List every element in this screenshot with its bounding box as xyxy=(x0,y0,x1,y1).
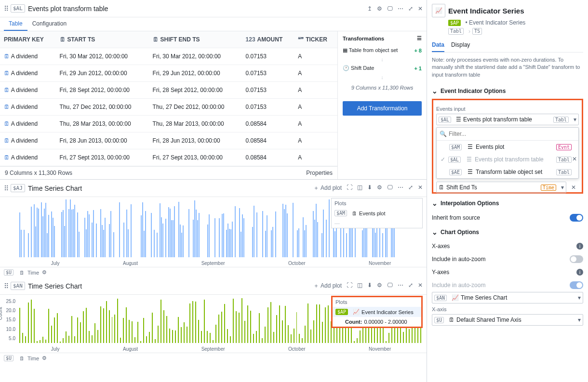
col-ticker[interactable]: TICKER xyxy=(306,36,327,43)
panel-tag: $AL xyxy=(11,4,25,13)
expand-icon[interactable]: ⤢ xyxy=(408,184,413,192)
shift-end-picker[interactable]: 🗓 Shift End Ts Time ▾ xyxy=(436,182,566,193)
panel-icon[interactable]: ◫ xyxy=(357,184,362,192)
axis-tag: $U xyxy=(4,355,13,361)
legend-item[interactable]: $AM 🗓 Events plot xyxy=(332,208,422,218)
table-row[interactable]: 🗓 A dividendFri, 28 Sept 2012, 00:00:00F… xyxy=(0,82,337,99)
chevron-down-icon xyxy=(432,87,438,95)
tab-data[interactable]: Data xyxy=(432,39,444,52)
x-auto-zoom-toggle[interactable] xyxy=(570,255,583,263)
fit-icon[interactable]: ⛶ xyxy=(347,184,352,192)
add-transformation-button[interactable]: Add Transformation xyxy=(343,101,422,116)
info-icon[interactable]: i xyxy=(576,243,583,250)
transformations-panel: Transformations ☰ ▦ Table from object se… xyxy=(337,31,427,179)
add-plot-button[interactable]: ＋ Add plot xyxy=(313,282,342,290)
breadcrumb: Tabl› TS xyxy=(448,28,583,35)
properties-link[interactable]: Properties xyxy=(306,170,333,176)
dropdown-item[interactable]: $AE☰Transform table object setTabl xyxy=(437,166,578,178)
remove-icon[interactable]: ✕ xyxy=(569,156,580,162)
close-icon[interactable]: ✕ xyxy=(418,184,423,192)
inspector-title: Event Indicator Series xyxy=(448,7,524,15)
more-icon[interactable]: ⋯ xyxy=(398,184,403,192)
export-icon[interactable]: ↥ xyxy=(367,5,372,12)
yaxes-label: Y-axes xyxy=(432,269,449,276)
table-row[interactable]: 🗓 A dividendFri, 28 Jun 2013, 00:00:00Fr… xyxy=(0,132,337,149)
remove-icon[interactable]: ✕ xyxy=(568,184,579,191)
dropdown-item[interactable]: $AM☰Events plotEvnt xyxy=(437,141,578,153)
table-row[interactable]: 🗓 A dividendFri, 30 Mar 2012, 00:00:00Fr… xyxy=(0,48,337,65)
drag-handle-icon[interactable] xyxy=(4,282,11,290)
download-icon[interactable]: ⬇ xyxy=(367,184,372,192)
drag-handle-icon[interactable] xyxy=(4,184,11,192)
chevron-down-icon: ▾ xyxy=(578,316,581,323)
list-icon[interactable]: ☰ xyxy=(417,35,422,41)
tab-display[interactable]: Display xyxy=(451,39,470,52)
col-shift-end-ts[interactable]: SHIFT END TS xyxy=(160,36,200,43)
filter-input-wrapper: 🔍 xyxy=(437,128,578,141)
legend-box-highlighted: Plots $AP 📈 Event Indicator Series Count… xyxy=(331,296,423,328)
include-auto-zoom-label: Include in auto-zoom xyxy=(432,256,485,263)
download-icon[interactable]: ⬇ xyxy=(367,282,372,290)
calendar-icon: 🗓 xyxy=(449,316,454,323)
col-primary-key[interactable]: PRIMARY KEY xyxy=(4,36,44,43)
side-stats: 9 Columns x 11,300 Rows xyxy=(343,85,422,91)
x-axis: JulyAugustSeptemberOctoberNovember xyxy=(19,346,423,352)
gear-icon[interactable]: ⚙ xyxy=(42,269,47,276)
monitor-icon[interactable]: 🖵 xyxy=(387,184,393,192)
panel-title: Time Series Chart xyxy=(28,282,313,290)
y-auto-zoom-toggle[interactable] xyxy=(570,281,583,289)
default-axis-picker[interactable]: $U 🗓 Default Shared Time Axis ▾ xyxy=(432,314,583,326)
legend-item[interactable]: $AP 📈 Event Indicator Series xyxy=(333,307,421,317)
monitor-icon[interactable]: 🖵 xyxy=(387,282,393,290)
table-row[interactable]: 🗓 A dividendFri, 27 Sept 2013, 00:00:00F… xyxy=(0,149,337,166)
axis-chart-picker[interactable]: $AN 📈 Time Series Chart ▾ xyxy=(432,292,583,303)
events-input-picker[interactable]: $AL ☰ Events plot transform table Tabl ▾ xyxy=(436,114,579,125)
calendar-icon: 🗓 xyxy=(153,36,159,43)
drag-handle-icon[interactable] xyxy=(4,5,11,13)
inherit-label: Inherit from source xyxy=(432,214,480,221)
gear-icon[interactable]: ⚙ xyxy=(42,355,47,361)
more-icon[interactable]: ⋯ xyxy=(398,5,403,12)
inspector-panel: 📈 Event Indicator Series $AP • Event Ind… xyxy=(427,0,588,382)
gear-icon[interactable]: ⚙ xyxy=(377,282,382,290)
number-icon: 123 xyxy=(246,36,255,43)
col-start-ts[interactable]: START TS xyxy=(67,36,95,43)
table-row[interactable]: 🗓 A dividendThu, 28 Mar 2013, 00:00:00Th… xyxy=(0,116,337,132)
section-chart-options[interactable]: Chart Options xyxy=(432,224,583,240)
panel-icon[interactable]: ◫ xyxy=(357,282,362,290)
expand-icon[interactable]: ⤢ xyxy=(408,282,413,290)
add-plot-button[interactable]: ＋ Add plot xyxy=(313,184,342,192)
legend-title: Plots xyxy=(333,297,421,307)
chart-icon: 📈 xyxy=(452,294,459,301)
legend-dash: — xyxy=(332,218,422,228)
more-icon[interactable]: ⋯ xyxy=(398,282,403,290)
events-input-label: Events input xyxy=(436,106,579,112)
col-amount[interactable]: AMOUNT xyxy=(257,36,283,43)
transform-item[interactable]: ▦ Table from object set + 8 xyxy=(343,44,422,56)
close-icon[interactable]: ✕ xyxy=(418,5,423,12)
inherit-toggle[interactable] xyxy=(570,214,583,222)
axis-label: Time xyxy=(27,270,39,276)
x-axis: JulyAugustSeptemberOctoberNovember xyxy=(19,261,423,266)
table-row[interactable]: 🗓 A dividendFri, 29 Jun 2012, 00:00:00Fr… xyxy=(0,65,337,82)
panel-title: Time Series Chart xyxy=(28,184,313,192)
gear-icon[interactable]: ⚙ xyxy=(377,5,382,12)
table-tabs: Table Configuration xyxy=(0,17,427,31)
close-icon[interactable]: ✕ xyxy=(418,282,423,290)
tab-table[interactable]: Table xyxy=(4,17,27,31)
table-row[interactable]: 🗓 A dividendThu, 27 Dec 2012, 00:00:00Th… xyxy=(0,99,337,116)
transform-item[interactable]: 🕐 Shift Date + 1 xyxy=(343,62,422,74)
filter-input[interactable] xyxy=(449,131,575,137)
info-icon[interactable]: i xyxy=(576,269,583,276)
section-interpolation-options[interactable]: Interpolation Options xyxy=(432,196,583,211)
section-event-indicator-options[interactable]: Event Indicator Options xyxy=(432,83,583,99)
tab-configuration[interactable]: Configuration xyxy=(27,17,71,31)
monitor-icon[interactable]: 🖵 xyxy=(387,5,393,12)
calendar-icon: 🗓 xyxy=(19,356,25,361)
gear-icon[interactable]: ⚙ xyxy=(377,184,382,192)
arrow-down-icon: ↓ xyxy=(343,56,422,62)
note-text: Note: only processes events with non-zer… xyxy=(432,56,583,79)
expand-icon[interactable]: ⤢ xyxy=(408,5,413,12)
axis-tag: $U xyxy=(4,269,13,276)
fit-icon[interactable]: ⛶ xyxy=(347,282,352,290)
